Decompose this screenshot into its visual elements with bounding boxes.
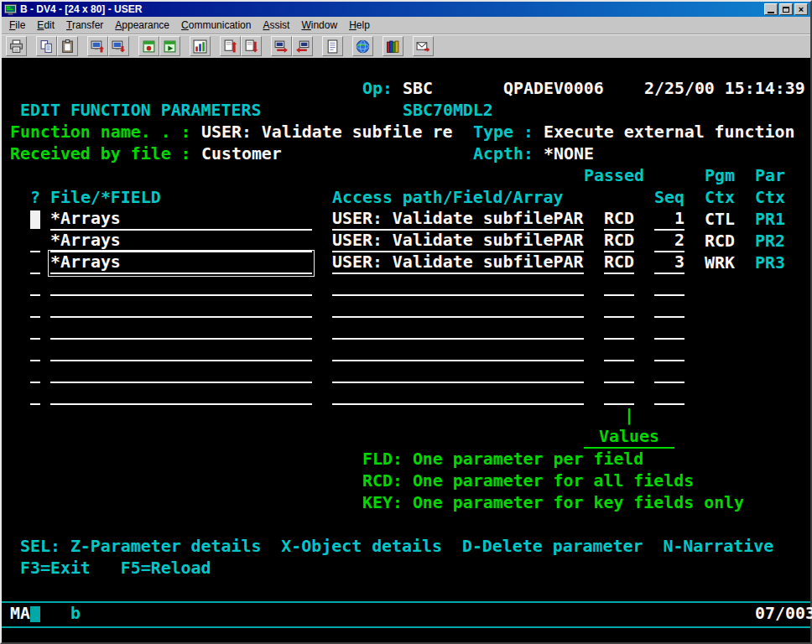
- edit-copy-button[interactable]: [36, 36, 57, 56]
- transfer-receive-icon: [295, 39, 310, 54]
- books-icon: [386, 39, 400, 54]
- copy-to-printer-button[interactable]: [6, 36, 27, 56]
- terminal-input-field[interactable]: [604, 383, 634, 405]
- window-title: B - DV4 - [24 x 80] - USER: [20, 3, 761, 15]
- terminal-input-field[interactable]: 2: [654, 231, 684, 252]
- terminal-input-field[interactable]: [654, 318, 684, 340]
- terminal-input-field[interactable]: *Arrays: [50, 252, 312, 274]
- terminal-input-field[interactable]: [654, 340, 684, 361]
- terminal-input-field[interactable]: [50, 361, 312, 383]
- terminal-input-field[interactable]: USER: Validate subfilePAR: [332, 231, 584, 252]
- information-library-button[interactable]: [383, 36, 403, 56]
- terminal-input-field[interactable]: [30, 252, 40, 274]
- terminal-input-field[interactable]: [30, 383, 40, 405]
- terminal-input-field[interactable]: [604, 296, 634, 318]
- terminal-input-field[interactable]: [332, 318, 584, 340]
- menu-window[interactable]: Window: [295, 18, 343, 33]
- terminal-input-field[interactable]: [30, 274, 40, 296]
- terminal-input-field[interactable]: [50, 296, 312, 318]
- terminal-text: RCD: [705, 231, 735, 252]
- record-macro-button[interactable]: [138, 36, 159, 56]
- terminal-text: RCD: One parameter for all fields: [362, 470, 694, 492]
- terminal-input-field[interactable]: [332, 340, 584, 361]
- graph-button[interactable]: [190, 36, 211, 56]
- terminal-cursor[interactable]: [30, 210, 40, 229]
- terminal-screen[interactable]: Op:SBCQPADEV00062/25/00 15:14:39EDIT FUN…: [2, 58, 810, 601]
- terminal-input-field[interactable]: [30, 340, 40, 361]
- terminal-text: Par: [755, 165, 785, 187]
- toolbar-group: [271, 36, 313, 56]
- copy-icon: [39, 39, 54, 54]
- terminal-input-field[interactable]: [604, 318, 634, 340]
- terminal-input-field[interactable]: [30, 296, 40, 318]
- menu-assist[interactable]: Assist: [257, 18, 295, 33]
- menu-edit[interactable]: Edit: [31, 18, 60, 33]
- terminal-input-field[interactable]: RCD: [604, 231, 634, 252]
- terminal-input-field[interactable]: [604, 340, 634, 361]
- terminal-input-field[interactable]: USER: Validate subfilePAR: [332, 252, 584, 274]
- terminal-text: Type :: [473, 122, 534, 143]
- terminal-input-field[interactable]: [332, 274, 584, 296]
- printer-icon: [9, 39, 23, 54]
- play-macro-button[interactable]: [159, 36, 180, 56]
- menu-appearance[interactable]: Appearance: [109, 18, 175, 33]
- terminal-text: PR1: [755, 209, 785, 231]
- terminal-input-field[interactable]: [50, 340, 312, 361]
- record-macro-icon: [142, 39, 156, 54]
- terminal-input-field[interactable]: [30, 361, 40, 383]
- terminal-input-field[interactable]: [654, 361, 684, 383]
- transfer-receive-button[interactable]: [292, 36, 313, 56]
- terminal-input-field[interactable]: [654, 383, 684, 405]
- toolbar-group: [6, 36, 27, 56]
- toolbar-group: [190, 36, 211, 56]
- edit-paste-button[interactable]: [57, 36, 78, 56]
- menu-help[interactable]: Help: [343, 18, 376, 33]
- terminal-text: Access path/Field/Array: [332, 187, 563, 209]
- notepad-icon: [325, 39, 340, 54]
- mail-button[interactable]: [413, 36, 434, 56]
- menu-file[interactable]: File: [3, 18, 31, 33]
- notepad-button[interactable]: [322, 36, 343, 56]
- send-file-button[interactable]: [220, 36, 241, 56]
- close-button[interactable]: ×: [794, 3, 808, 15]
- toolbar-group: [413, 36, 434, 56]
- terminal-input-field[interactable]: [332, 383, 584, 405]
- terminal-input-field[interactable]: [332, 296, 584, 318]
- titlebar[interactable]: B - DV4 - [24 x 80] - USER ×: [2, 2, 810, 17]
- receive-file-button[interactable]: [241, 36, 262, 56]
- terminal-input-field[interactable]: *Arrays: [50, 209, 312, 231]
- terminal-input-field[interactable]: [50, 383, 312, 405]
- terminal-input-field[interactable]: *Arrays: [50, 231, 312, 252]
- terminal-input-field[interactable]: [654, 296, 684, 318]
- terminal-input-field[interactable]: [604, 274, 634, 296]
- terminal-input-field[interactable]: [654, 274, 684, 296]
- terminal-input-field[interactable]: RCD: [604, 209, 634, 231]
- menu-transfer[interactable]: Transfer: [60, 18, 109, 33]
- terminal-input-field[interactable]: [30, 231, 40, 252]
- send-screen-button[interactable]: [87, 36, 108, 56]
- terminal-text: Acpth:: [473, 143, 534, 165]
- graph-icon: [193, 39, 207, 54]
- transfer-send-button[interactable]: [271, 36, 292, 56]
- maximize-button[interactable]: [779, 3, 793, 15]
- receive-screen-button[interactable]: [108, 36, 129, 56]
- terminal-input-field[interactable]: [30, 318, 40, 340]
- terminal-text: USER: Validate subfile re: [201, 122, 452, 143]
- terminal-input-field[interactable]: [604, 361, 634, 383]
- menu-communication[interactable]: Communication: [175, 18, 257, 33]
- terminal-text: FLD: One parameter per field: [362, 449, 643, 470]
- terminal-input-field[interactable]: [50, 318, 312, 340]
- terminal-input-field[interactable]: 3: [654, 252, 684, 274]
- web-browser-button[interactable]: [352, 36, 373, 56]
- toolbar: [2, 34, 810, 58]
- terminal-input-field[interactable]: RCD: [604, 252, 634, 274]
- minimize-button[interactable]: [764, 3, 778, 15]
- menubar: File Edit Transfer Appearance Communicat…: [2, 17, 810, 34]
- oia-separator-bottom: [2, 626, 810, 628]
- oia-system-indicator: MA: [10, 604, 30, 623]
- terminal-input-field[interactable]: 1: [654, 209, 684, 231]
- terminal-input-field[interactable]: [50, 274, 312, 296]
- terminal-input-field[interactable]: [332, 361, 584, 383]
- toolbar-group: [87, 36, 129, 56]
- terminal-input-field[interactable]: USER: Validate subfilePAR: [332, 209, 584, 231]
